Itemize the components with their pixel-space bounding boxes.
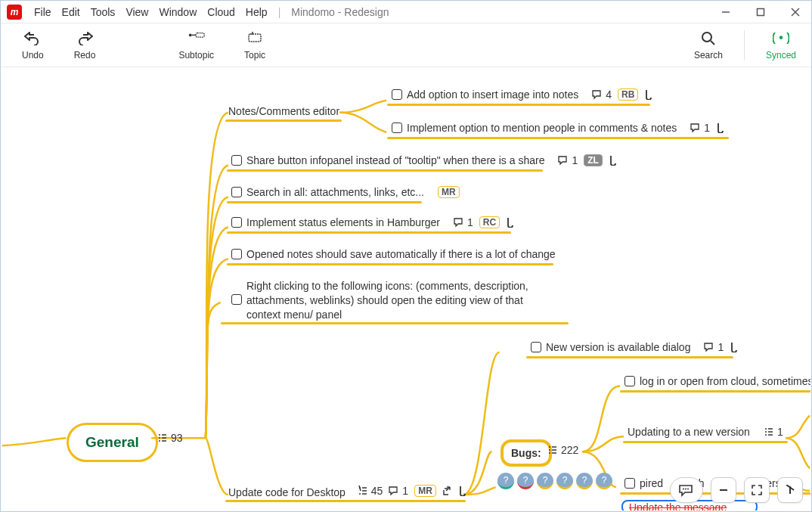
document-title: Mindomo - Redesign	[291, 6, 389, 18]
flow-icon	[644, 89, 653, 100]
minimize-button[interactable]	[716, 2, 736, 22]
node-mention-people[interactable]: Implement option to mention people in co…	[392, 122, 725, 134]
svg-point-37	[685, 489, 686, 490]
zoom-in-button[interactable]	[777, 477, 803, 503]
comments-count[interactable]: 1	[558, 154, 578, 166]
avatar[interactable]: ?	[497, 473, 514, 489]
svg-point-4	[189, 33, 192, 36]
flow-icon	[716, 123, 725, 133]
undo-icon	[23, 30, 42, 47]
checkbox-icon[interactable]	[531, 342, 541, 352]
checkbox-icon[interactable]	[231, 155, 242, 166]
external-link-icon[interactable]	[442, 486, 452, 496]
checkbox-icon[interactable]	[231, 187, 242, 197]
assignee-tag[interactable]: ZL	[584, 154, 603, 166]
assignee-tag[interactable]: RC	[479, 216, 500, 228]
comments-count[interactable]: 4	[592, 88, 612, 101]
node-new-version-dialog[interactable]: New version is available dialog 1	[531, 341, 739, 353]
assignee-tag[interactable]: RB	[618, 88, 638, 101]
comments-count[interactable]: 1	[454, 216, 473, 228]
branch-notes-editor[interactable]: Notes/Comments editor	[228, 105, 339, 117]
comments-count[interactable]: 1	[704, 341, 724, 353]
avatar[interactable]: ?	[556, 473, 573, 489]
avatar[interactable]: ?	[576, 473, 593, 489]
checkbox-icon[interactable]	[231, 294, 242, 305]
node-search-all[interactable]: Search in all: attachments, links, etc..…	[231, 186, 460, 198]
avatar[interactable]: ?	[596, 473, 612, 489]
root-node-general[interactable]: General	[67, 423, 158, 462]
fit-screen-button[interactable]	[744, 477, 770, 503]
menu-help[interactable]: Help	[246, 6, 268, 18]
avatar[interactable]: ?	[517, 473, 534, 489]
flow-icon	[506, 217, 515, 228]
assignee-tag[interactable]: MR	[438, 186, 460, 198]
node-insert-image[interactable]: Add option to insert image into notes 4 …	[392, 88, 653, 101]
svg-rect-1	[758, 8, 764, 15]
node-right-click-icons[interactable]: Right clicking to the following icons: (…	[231, 279, 549, 322]
redo-icon	[76, 30, 94, 47]
branch-update-desktop[interactable]: Update code for Desktop 45 1 MR	[228, 485, 467, 498]
close-button[interactable]	[786, 2, 805, 22]
menu-file[interactable]: File	[34, 6, 51, 18]
bugs-count: 222	[547, 444, 578, 456]
bugs-node[interactable]: Bugs:	[501, 439, 552, 467]
menu-tools[interactable]: Tools	[91, 6, 116, 18]
flow-icon	[609, 155, 618, 166]
root-count: 93	[157, 432, 183, 444]
checkbox-icon[interactable]	[231, 249, 242, 259]
svg-line-10	[711, 41, 714, 45]
app-logo: m	[7, 5, 22, 20]
child-count: 1	[764, 426, 783, 438]
checkbox-icon[interactable]	[392, 89, 402, 100]
comments-panel-button[interactable]	[670, 477, 703, 503]
comments-count[interactable]: 1	[690, 122, 710, 134]
node-autosave[interactable]: Opened notes should save automatically i…	[231, 248, 556, 260]
sync-icon: ( • )	[772, 30, 790, 47]
svg-line-32	[359, 486, 361, 491]
search-icon	[699, 30, 717, 47]
svg-text:( • ): ( • )	[773, 32, 789, 44]
undo-button[interactable]: Undo	[22, 30, 44, 61]
zoom-out-button[interactable]	[711, 477, 736, 503]
topic-button[interactable]: Topic	[244, 30, 265, 61]
checkbox-icon[interactable]	[624, 376, 635, 386]
maximize-button[interactable]	[751, 2, 770, 22]
menu-window[interactable]: Window	[159, 6, 197, 18]
toolbar-separator	[744, 30, 745, 61]
node-share-infopanel[interactable]: Share button infopanel instead of "toolt…	[231, 154, 618, 166]
assignee-tag[interactable]: MR	[414, 485, 436, 497]
svg-point-36	[683, 489, 684, 490]
svg-point-9	[702, 33, 711, 42]
checkbox-icon[interactable]	[231, 217, 242, 228]
list-icon	[547, 445, 558, 455]
avatar[interactable]: ?	[537, 473, 553, 489]
flow-icon	[458, 486, 467, 496]
menu-edit[interactable]: Edit	[62, 6, 80, 18]
redo-button[interactable]: Redo	[74, 30, 96, 61]
node-login-cloud[interactable]: log in or open from cloud, sometimes	[624, 375, 810, 387]
avatar-row: ? ? ? ? ? ?	[497, 473, 612, 489]
search-button[interactable]: Search	[694, 30, 723, 61]
menu-view[interactable]: View	[126, 6, 148, 18]
comments-count[interactable]: 1	[389, 485, 408, 497]
child-count: 45	[358, 485, 383, 497]
list-icon	[157, 433, 168, 443]
title-separator: |	[278, 6, 281, 18]
menu-cloud[interactable]: Cloud	[207, 6, 235, 18]
svg-rect-7	[249, 34, 261, 42]
checkbox-icon[interactable]	[392, 123, 402, 133]
checkbox-icon[interactable]	[624, 478, 635, 489]
svg-point-38	[687, 489, 689, 490]
sync-status[interactable]: ( • ) Synced	[766, 30, 796, 61]
subtopic-button[interactable]: Subtopic	[178, 30, 214, 61]
mindmap-canvas[interactable]: General 93 Notes/Comments editor Add opt…	[2, 69, 810, 510]
subtopic-icon	[188, 30, 206, 47]
svg-rect-5	[196, 33, 204, 37]
node-updating-version[interactable]: Updating to a new version 1	[628, 426, 783, 438]
topic-icon	[246, 30, 264, 47]
node-status-hamburger[interactable]: Implement status elements in Hamburger 1…	[231, 216, 515, 228]
flow-icon	[730, 342, 739, 352]
